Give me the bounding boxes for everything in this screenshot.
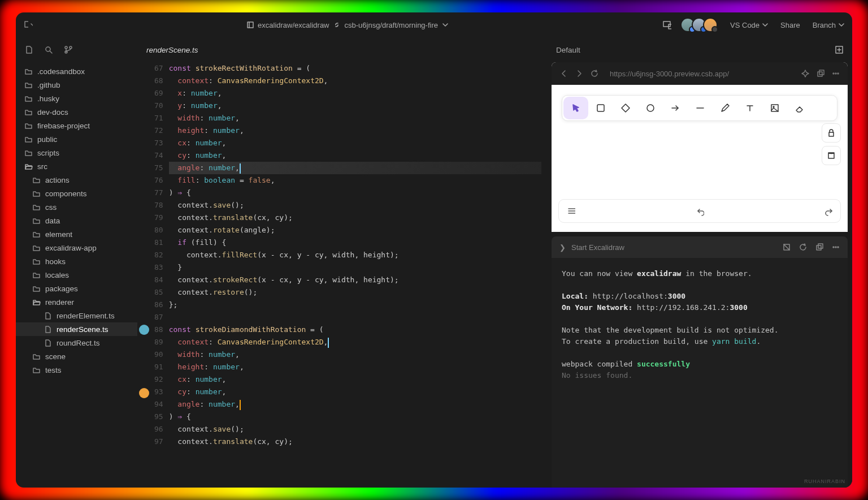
tree-item-label: hooks xyxy=(45,257,66,266)
search-icon[interactable] xyxy=(44,45,53,55)
tree-item[interactable]: scripts xyxy=(16,146,137,160)
tab-bar: renderScene.ts xyxy=(137,37,547,62)
tree-item[interactable]: .husky xyxy=(16,92,137,105)
tree-item-label: renderScene.ts xyxy=(57,325,108,334)
target-icon[interactable] xyxy=(801,70,809,78)
tree-item[interactable]: element xyxy=(16,227,137,241)
more-icon[interactable] xyxy=(831,70,840,78)
git-branch-icon[interactable] xyxy=(63,45,73,55)
tree-item-label: packages xyxy=(45,285,78,293)
tree-item[interactable]: css xyxy=(16,200,137,214)
tool-text[interactable] xyxy=(737,97,762,119)
tree-item[interactable]: roundRect.ts xyxy=(16,336,137,350)
tree-item-label: scripts xyxy=(37,149,59,157)
tree-item[interactable]: renderElement.ts xyxy=(16,309,137,322)
tree-item[interactable]: src xyxy=(16,160,137,173)
refresh-icon[interactable] xyxy=(590,70,598,78)
popup-icon[interactable] xyxy=(815,243,823,252)
open-external-icon[interactable] xyxy=(816,70,824,78)
tree-item[interactable]: scene xyxy=(16,350,137,363)
folder-icon xyxy=(32,298,41,307)
svg-rect-19 xyxy=(597,105,604,111)
tree-item[interactable]: data xyxy=(16,214,137,227)
file-icon[interactable] xyxy=(24,45,33,55)
tool-eraser[interactable] xyxy=(787,97,812,119)
add-panel-icon[interactable] xyxy=(835,46,843,54)
sidebar: .codesandbox.github.huskydev-docsfirebas… xyxy=(16,37,137,488)
folder-icon xyxy=(24,67,33,76)
excalidraw-bottombar xyxy=(558,199,841,223)
share-menu[interactable]: Share xyxy=(780,21,800,29)
redo-icon[interactable] xyxy=(824,207,832,215)
code-content[interactable]: const strokeRectWithRotation = ( context… xyxy=(169,62,547,488)
undo-icon[interactable] xyxy=(696,207,704,215)
collaborator-avatars[interactable] xyxy=(684,18,718,32)
responsive-icon[interactable] xyxy=(663,21,671,29)
folder-icon xyxy=(24,80,33,89)
tree-item[interactable]: firebase-project xyxy=(16,119,137,132)
tree-item[interactable]: actions xyxy=(16,173,137,187)
presence-avatar xyxy=(139,388,149,398)
svg-rect-14 xyxy=(818,72,822,76)
menu-icon[interactable] xyxy=(567,207,575,215)
lock-icon[interactable] xyxy=(822,123,841,143)
more-icon[interactable] xyxy=(831,243,840,252)
no-wrap-icon[interactable] xyxy=(782,243,791,252)
window-controls[interactable] xyxy=(24,20,33,29)
tree-item[interactable]: hooks xyxy=(16,255,137,268)
tool-circle[interactable] xyxy=(638,97,663,119)
folder-icon xyxy=(32,202,41,212)
tree-item-label: excalidraw-app xyxy=(45,244,97,252)
tool-square[interactable] xyxy=(588,97,613,119)
tree-item[interactable]: .github xyxy=(16,78,137,92)
tool-pointer[interactable] xyxy=(563,97,588,119)
tool-line[interactable] xyxy=(688,97,713,119)
svg-point-34 xyxy=(833,247,834,248)
preview-frame: https://u6jnsg-3000.preview.csb.app/ xyxy=(552,62,848,232)
svg-rect-1 xyxy=(248,22,253,28)
tree-item[interactable]: .codesandbox xyxy=(16,64,137,78)
vscode-menu[interactable]: VS Code xyxy=(730,21,768,29)
branch-menu[interactable]: Branch xyxy=(813,21,844,29)
titlebar: excalidraw/excalidraw csb-u6jnsg/draft/m… xyxy=(16,12,852,37)
chevron-down-icon xyxy=(441,21,450,29)
restart-icon[interactable] xyxy=(798,243,807,252)
tree-item[interactable]: renderer xyxy=(16,295,137,309)
preview-canvas[interactable] xyxy=(552,85,848,232)
chevron-down-icon xyxy=(839,22,844,28)
tree-item[interactable]: excalidraw-app xyxy=(16,241,137,255)
terminal-output[interactable]: You can now view excalidraw in the brows… xyxy=(552,258,848,488)
folder-icon xyxy=(32,270,41,279)
svg-point-25 xyxy=(773,106,774,107)
tree-item[interactable]: dev-docs xyxy=(16,105,137,119)
link-icon xyxy=(333,21,341,29)
tree-item-label: public xyxy=(37,135,57,144)
tab-active[interactable]: renderScene.ts xyxy=(146,46,198,54)
tree-item[interactable]: components xyxy=(16,187,137,200)
preview-url[interactable]: https://u6jnsg-3000.preview.csb.app/ xyxy=(610,70,729,78)
repo-name[interactable]: excalidraw/excalidraw xyxy=(258,21,329,29)
folder-icon xyxy=(32,257,41,266)
file-icon xyxy=(43,311,52,320)
nav-forward-icon[interactable] xyxy=(575,70,583,78)
tree-item[interactable]: renderScene.ts xyxy=(16,322,137,336)
library-icon[interactable] xyxy=(822,146,841,165)
branch-path[interactable]: csb-u6jnsg/draft/morning-fire xyxy=(345,21,438,29)
file-icon xyxy=(43,325,52,334)
code-area[interactable]: 6768697071727374757677787980818283848586… xyxy=(137,62,547,488)
svg-rect-0 xyxy=(25,21,28,27)
tree-item[interactable]: public xyxy=(16,132,137,146)
folder-icon xyxy=(32,230,41,239)
nav-back-icon[interactable] xyxy=(559,70,568,78)
svg-point-36 xyxy=(837,247,839,248)
tree-item[interactable]: locales xyxy=(16,268,137,282)
folder-icon xyxy=(24,162,33,171)
tool-pencil[interactable] xyxy=(713,97,737,119)
tree-item[interactable]: tests xyxy=(16,363,137,377)
tool-image[interactable] xyxy=(762,97,787,119)
tool-arrow[interactable] xyxy=(663,97,688,119)
chevron-down-icon xyxy=(31,23,33,27)
tree-item[interactable]: packages xyxy=(16,282,137,295)
tool-diamond[interactable] xyxy=(613,97,638,119)
folder-icon xyxy=(32,175,41,184)
